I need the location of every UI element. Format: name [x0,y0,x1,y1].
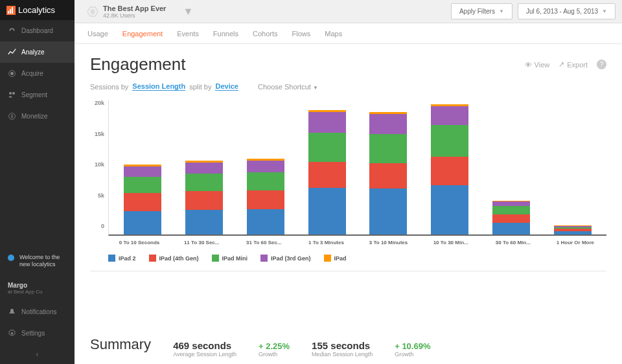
brand-icon [6,6,16,15]
export-icon: ↗ [559,60,564,69]
caret-down-icon: ▼ [499,8,504,14]
brand[interactable]: Localytics [0,0,75,20]
legend-item[interactable]: IPad Mini [212,255,248,262]
svg-point-5 [9,92,12,95]
bar-col[interactable] [483,201,540,234]
tab-usage[interactable]: Usage [87,25,108,43]
bar-segment [369,114,407,133]
bar-segment [124,177,161,194]
bar-col[interactable] [114,165,172,234]
bar-segment [247,209,284,234]
bar-segment [369,163,407,188]
dimension-selector[interactable]: Device [215,82,238,91]
svg-rect-1 [10,9,11,14]
tab-funnels[interactable]: Funnels [213,25,238,43]
bar-segment [247,172,284,191]
bar-segment [308,112,346,132]
tab-flows[interactable]: Flows [292,25,311,43]
bar-segment [124,193,161,211]
bar-segment [247,161,284,172]
svg-point-3 [10,72,14,75]
bar-col[interactable] [176,161,233,234]
bar-segment [492,201,530,207]
bar-segment [431,157,468,185]
sidebar-item-notifications[interactable]: Notifications [0,301,75,323]
bar-segment [492,206,530,214]
sidebar-item-monetize[interactable]: $Monetize [0,106,75,127]
bar-col[interactable] [544,225,601,234]
bar-segment [369,134,407,163]
legend-swatch [149,255,156,262]
sidebar-item-dashboard[interactable]: Dashboard [0,20,75,41]
svg-point-9 [11,332,13,334]
view-button[interactable]: 👁View [525,61,550,69]
bar-segment [431,185,468,234]
sidebar: Localytics Dashboard Analyze Acquire Seg… [0,0,75,364]
bar-col[interactable] [298,110,356,234]
export-button[interactable]: ↗Export [559,60,588,69]
metric-avg-growth: + 2.25%Growth [259,341,290,358]
bar-segment [185,191,223,210]
summary-title: Summary [90,336,151,353]
svg-rect-2 [12,7,13,14]
bar-col[interactable] [237,159,295,234]
bar-segment [492,223,530,234]
sidebar-welcome[interactable]: Welcome to the new localytics [0,247,75,275]
bar-segment [431,125,468,157]
eye-icon: 👁 [525,61,532,69]
chevron-left-icon: ‹ [36,349,38,359]
legend-swatch [260,255,268,262]
tab-maps[interactable]: Maps [325,25,342,43]
bar-segment [185,174,223,192]
legend-item[interactable]: IPad 2 [108,255,136,262]
bar-segment [185,210,223,234]
bar-segment [308,133,346,162]
engagement-chart: 20k15k10k5k0 0 To 10 Seconds11 To 30 Sec… [90,100,606,336]
bar-col[interactable] [421,104,479,234]
sidebar-item-acquire[interactable]: Acquire [0,63,75,84]
legend-swatch [324,255,331,262]
tab-cohorts[interactable]: Cohorts [253,25,278,43]
svg-text:$: $ [11,114,14,119]
legend-swatch [212,255,219,262]
topbar: The Best App Ever 42.8K Users ▼ Apply Fi… [75,0,622,23]
legend-item[interactable]: IPad (3rd Gen) [260,255,311,262]
sidebar-item-analyze[interactable]: Analyze [0,41,75,63]
info-icon [8,255,14,261]
bar-segment [554,231,592,234]
metric-median-session: 155 secondsMedian Session Length [312,340,373,358]
metric-selector[interactable]: Session Length [132,82,185,91]
caret-down-icon: ▼ [313,85,318,91]
sidebar-collapse[interactable]: ‹ [0,344,75,364]
legend-item[interactable]: IPad [324,255,347,262]
sidebar-user[interactable]: Margoat Best App Co [0,275,75,301]
sidebar-item-segment[interactable]: Segment [0,84,75,106]
apply-filters-button[interactable]: Apply Filters▼ [451,3,513,19]
chart-plot [108,100,606,236]
date-range-button[interactable]: Jul 6, 2013 - Aug 5, 2013▼ [518,3,616,19]
bar-segment [369,188,407,234]
bar-segment [308,162,346,188]
svg-point-6 [12,92,15,95]
metric-avg-session: 469 secondsAverage Session Length [173,340,236,358]
app-selector[interactable]: The Best App Ever 42.8K Users ▼ [81,2,198,21]
bar-segment [124,166,161,176]
bar-segment [492,214,530,223]
svg-rect-0 [8,11,9,14]
shortcut-selector[interactable]: Choose Shortcut ▼ [258,83,318,91]
bar-segment [431,106,468,126]
caret-down-icon: ▼ [183,6,193,17]
legend-item[interactable]: IPad (4th Gen) [149,255,199,262]
help-button[interactable]: ? [597,60,606,69]
svg-marker-11 [90,9,95,14]
brand-label: Localytics [18,5,55,15]
x-axis: 0 To 10 Seconds11 To 30 Sec...31 To 60 S… [90,240,606,245]
bar-col[interactable] [360,112,417,234]
tab-events[interactable]: Events [177,25,199,43]
y-axis: 20k15k10k5k0 [90,100,108,236]
hex-icon [86,5,99,18]
bar-segment [247,190,284,209]
sidebar-item-settings[interactable]: Settings [0,323,75,344]
tab-engagement[interactable]: Engagement [122,25,163,43]
caret-down-icon: ▼ [602,8,607,14]
